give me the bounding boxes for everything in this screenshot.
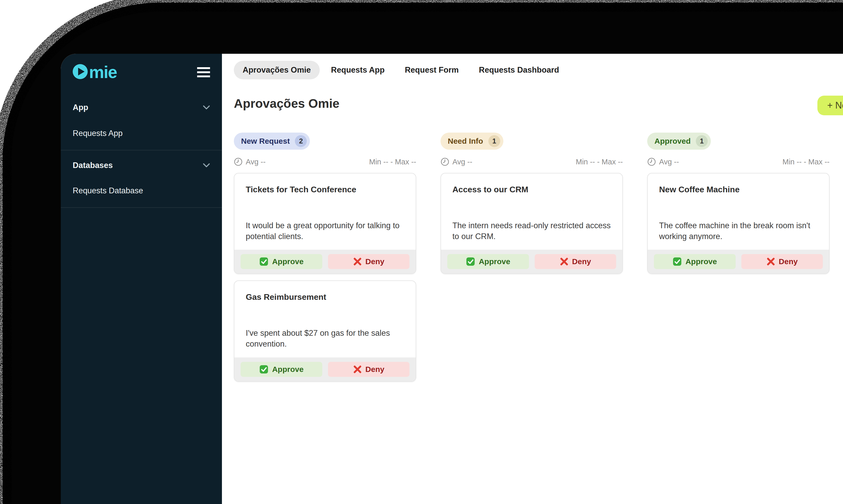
sidebar-item-requests-app[interactable]: Requests App (73, 129, 210, 138)
tab-bar: Aprovações Omie Requests App Request For… (234, 61, 843, 79)
card-title: Gas Reimbursement (246, 292, 404, 302)
card-title: Access to our CRM (452, 185, 611, 194)
approve-button[interactable]: Approve (447, 254, 529, 269)
sidebar-divider (61, 150, 222, 150)
approve-label: Approve (685, 257, 717, 266)
sidebar-divider (61, 207, 222, 208)
column-count-badge: 1 (488, 135, 500, 147)
column-count-badge: 1 (696, 135, 708, 147)
tab-request-form[interactable]: Request Form (396, 61, 468, 79)
card-actions: Approve Deny (648, 250, 829, 273)
chevron-down-icon (203, 163, 210, 168)
column-stats: Avg -- Min -- - Max -- (440, 157, 623, 166)
minmax-stat: Min -- - Max -- (576, 158, 623, 166)
column-stats: Avg -- Min -- - Max -- (647, 157, 829, 166)
approve-button[interactable]: Approve (241, 362, 322, 377)
cross-mark-icon (767, 257, 775, 266)
card-actions: Approve Deny (234, 357, 416, 381)
card-actions: Approve Deny (234, 250, 416, 273)
app-window: mie App Requests App Databases Requests … (61, 54, 843, 504)
clock-icon (647, 157, 656, 166)
sidebar-section-databases[interactable]: Databases (73, 161, 210, 170)
avg-stat: Avg -- (659, 158, 679, 166)
column-need-info: Need Info 1 Avg -- Min -- - Max -- (440, 132, 623, 382)
clock-icon (440, 157, 449, 166)
card-title: Tickets for Tech Conference (246, 185, 404, 194)
deny-button[interactable]: Deny (328, 254, 410, 269)
column-count-badge: 2 (295, 135, 307, 147)
column-new-request: New Request 2 Avg -- Min -- - Max -- (234, 132, 416, 382)
page: { "sidebar": { "logo_brand": "omie", "lo… (0, 0, 843, 504)
deny-label: Deny (779, 257, 798, 266)
deny-label: Deny (366, 365, 384, 374)
column-badge-need-info[interactable]: Need Info 1 (440, 132, 503, 150)
card-list: New Coffee Machine The coffee machine in… (647, 173, 829, 274)
card-title: New Coffee Machine (659, 185, 818, 194)
main-content: Aprovações Omie Requests App Request For… (222, 54, 843, 504)
request-card[interactable]: Gas Reimbursement I've spent about $27 o… (234, 281, 416, 381)
approve-label: Approve (272, 365, 304, 374)
card-list: Access to our CRM The intern needs read-… (440, 173, 623, 274)
check-mark-icon (466, 257, 475, 266)
sidebar-item-label: Requests Database (73, 186, 143, 195)
check-mark-icon (672, 257, 682, 266)
sidebar-item-requests-database[interactable]: Requests Database (73, 186, 210, 195)
column-name: Approved (654, 137, 691, 145)
approve-button[interactable]: Approve (241, 254, 322, 269)
request-card[interactable]: Tickets for Tech Conference It would be … (234, 173, 416, 274)
deny-label: Deny (572, 257, 591, 266)
column-name: Need Info (448, 137, 483, 145)
tab-requests-app[interactable]: Requests App (322, 61, 393, 79)
kanban-board: New Request 2 Avg -- Min -- - Max -- (234, 132, 843, 382)
avg-stat: Avg -- (246, 158, 266, 166)
tab-requests-dashboard[interactable]: Requests Dashboard (470, 61, 568, 79)
omie-logo-text: mie (89, 64, 117, 80)
deny-button[interactable]: Deny (328, 362, 410, 377)
cross-mark-icon (560, 257, 568, 266)
sidebar-header: mie (73, 62, 210, 82)
request-card[interactable]: New Coffee Machine The coffee machine in… (647, 173, 829, 274)
sidebar-item-label: Requests App (73, 129, 123, 138)
deny-button[interactable]: Deny (741, 254, 823, 269)
sidebar: mie App Requests App Databases Requests … (61, 54, 222, 504)
omie-logo[interactable]: mie (73, 64, 117, 80)
card-description: It would be a great opportunity for talk… (246, 220, 404, 242)
column-approved: Approved 1 Avg -- Min -- - Max -- (647, 132, 829, 382)
deny-label: Deny (366, 257, 384, 266)
hamburger-menu-icon[interactable] (197, 66, 210, 79)
omie-logo-play-icon (73, 64, 88, 79)
card-description: The intern needs read-only restricted ac… (452, 220, 611, 242)
card-list: Tickets for Tech Conference It would be … (234, 173, 416, 382)
page-title: Aprovações Omie (234, 96, 843, 111)
check-mark-icon (259, 365, 268, 374)
card-actions: Approve Deny (441, 250, 622, 273)
sidebar-section-app[interactable]: App (73, 103, 210, 112)
avg-stat: Avg -- (452, 158, 472, 166)
cross-mark-icon (353, 365, 362, 374)
column-badge-approved[interactable]: Approved 1 (647, 132, 711, 150)
column-name: New Request (241, 137, 290, 145)
column-stats: Avg -- Min -- - Max -- (234, 157, 416, 166)
card-description: I've spent about $27 on gas for the sale… (246, 328, 404, 349)
minmax-stat: Min -- - Max -- (369, 158, 416, 166)
deny-button[interactable]: Deny (535, 254, 616, 269)
tab-aprovacoes-omie[interactable]: Aprovações Omie (234, 61, 320, 79)
check-mark-icon (259, 257, 268, 266)
approve-button[interactable]: Approve (654, 254, 736, 269)
approve-label: Approve (272, 257, 304, 266)
new-request-button[interactable]: + Ne (818, 96, 843, 115)
sidebar-section-label: Databases (73, 161, 113, 170)
minmax-stat: Min -- - Max -- (783, 158, 829, 166)
approve-label: Approve (479, 257, 510, 266)
request-card[interactable]: Access to our CRM The intern needs read-… (440, 173, 623, 274)
clock-icon (234, 157, 243, 166)
chevron-down-icon (203, 105, 210, 110)
card-description: The coffee machine in the break room isn… (659, 220, 818, 242)
cross-mark-icon (353, 257, 362, 266)
sidebar-section-label: App (73, 103, 88, 112)
column-badge-new-request[interactable]: New Request 2 (234, 132, 310, 150)
